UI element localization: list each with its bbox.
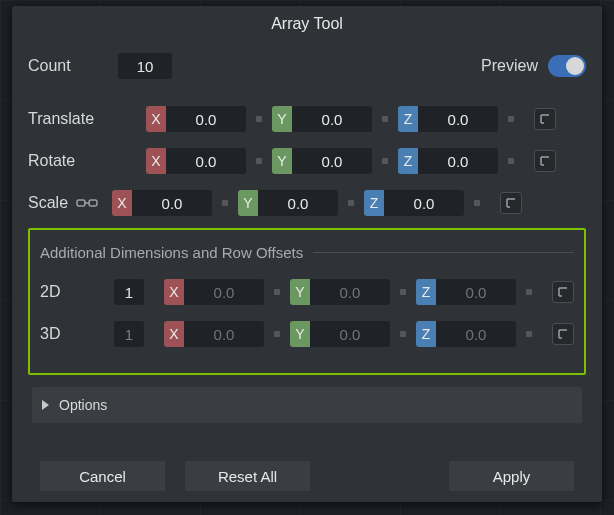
preview-label: Preview (481, 57, 538, 75)
link-dot (526, 289, 532, 295)
link-dot (400, 331, 406, 337)
axis-x-badge: X (146, 106, 166, 132)
row-2d: 2D 1 X0.0 Y0.0 Z0.0 (40, 271, 574, 313)
scale-y-input[interactable]: 0.0 (258, 190, 338, 216)
rotate-transform-button[interactable] (534, 150, 556, 172)
reset-all-button[interactable]: Reset All (185, 461, 310, 491)
rotate-y-input[interactable]: 0.0 (292, 148, 372, 174)
panel-title: Array Tool (12, 6, 602, 42)
link-dot (348, 200, 354, 206)
group-title-text: Additional Dimensions and Row Offsets (40, 244, 303, 261)
label-3d: 3D (40, 325, 112, 343)
link-dot (382, 116, 388, 122)
translate-x-input[interactable]: 0.0 (166, 106, 246, 132)
apply-button[interactable]: Apply (449, 461, 574, 491)
expand-triangle-icon (42, 400, 49, 410)
scale-x-input[interactable]: 0.0 (132, 190, 212, 216)
link-dot (474, 200, 480, 206)
d2-x-input[interactable]: 0.0 (184, 279, 264, 305)
d3-y-input[interactable]: 0.0 (310, 321, 390, 347)
options-header[interactable]: Options (32, 387, 582, 423)
link-dot (274, 331, 280, 337)
axis-z-badge: Z (398, 148, 418, 174)
axis-x-badge: X (164, 321, 184, 347)
label-2d: 2D (40, 283, 112, 301)
link-dot (222, 200, 228, 206)
row-3d: 3D 1 X0.0 Y0.0 Z0.0 (40, 313, 574, 355)
translate-transform-button[interactable] (534, 108, 556, 130)
translate-row: Translate X0.0 Y0.0 Z0.0 (28, 98, 586, 140)
preview-toggle[interactable] (548, 55, 586, 77)
svg-rect-0 (77, 200, 85, 206)
d2-z-input[interactable]: 0.0 (436, 279, 516, 305)
link-dot (526, 331, 532, 337)
link-dot (400, 289, 406, 295)
count-label: Count (28, 57, 116, 75)
count-2d-input[interactable]: 1 (114, 279, 144, 305)
scale-label: Scale (28, 194, 68, 212)
link-dot (508, 116, 514, 122)
additional-dimensions-group: Additional Dimensions and Row Offsets 2D… (28, 228, 586, 375)
rotate-row: Rotate X0.0 Y0.0 Z0.0 (28, 140, 586, 182)
axis-x-badge: X (164, 279, 184, 305)
d3-x-input[interactable]: 0.0 (184, 321, 264, 347)
count-preview-row: Count 10 Preview (28, 42, 586, 90)
footer: Cancel Reset All Apply (28, 461, 586, 491)
axis-z-badge: Z (398, 106, 418, 132)
axis-y-badge: Y (238, 190, 258, 216)
rotate-z-input[interactable]: 0.0 (418, 148, 498, 174)
axis-y-badge: Y (290, 279, 310, 305)
translate-z-input[interactable]: 0.0 (418, 106, 498, 132)
d3-z-input[interactable]: 0.0 (436, 321, 516, 347)
d2-y-input[interactable]: 0.0 (310, 279, 390, 305)
link-icon[interactable] (76, 196, 98, 210)
link-dot (382, 158, 388, 164)
d2-transform-button[interactable] (552, 281, 574, 303)
scale-row: Scale X0.0 Y0.0 Z0.0 (28, 182, 586, 224)
d3-transform-button[interactable] (552, 323, 574, 345)
axis-y-badge: Y (272, 106, 292, 132)
rotate-label: Rotate (28, 152, 116, 170)
translate-y-input[interactable]: 0.0 (292, 106, 372, 132)
link-dot (508, 158, 514, 164)
group-title: Additional Dimensions and Row Offsets (40, 244, 574, 261)
count-input[interactable]: 10 (118, 53, 172, 79)
cancel-button[interactable]: Cancel (40, 461, 165, 491)
scale-z-input[interactable]: 0.0 (384, 190, 464, 216)
axis-y-badge: Y (272, 148, 292, 174)
axis-z-badge: Z (364, 190, 384, 216)
svg-rect-1 (89, 200, 97, 206)
axis-x-badge: X (112, 190, 132, 216)
rotate-x-input[interactable]: 0.0 (166, 148, 246, 174)
toggle-knob (566, 57, 584, 75)
link-dot (274, 289, 280, 295)
link-dot (256, 116, 262, 122)
options-label: Options (59, 397, 107, 413)
translate-label: Translate (28, 110, 116, 128)
link-dot (256, 158, 262, 164)
axis-z-badge: Z (416, 279, 436, 305)
array-tool-panel: Array Tool Count 10 Preview Translate X0… (12, 6, 602, 502)
axis-x-badge: X (146, 148, 166, 174)
axis-y-badge: Y (290, 321, 310, 347)
axis-z-badge: Z (416, 321, 436, 347)
scale-transform-button[interactable] (500, 192, 522, 214)
count-3d-input[interactable]: 1 (114, 321, 144, 347)
